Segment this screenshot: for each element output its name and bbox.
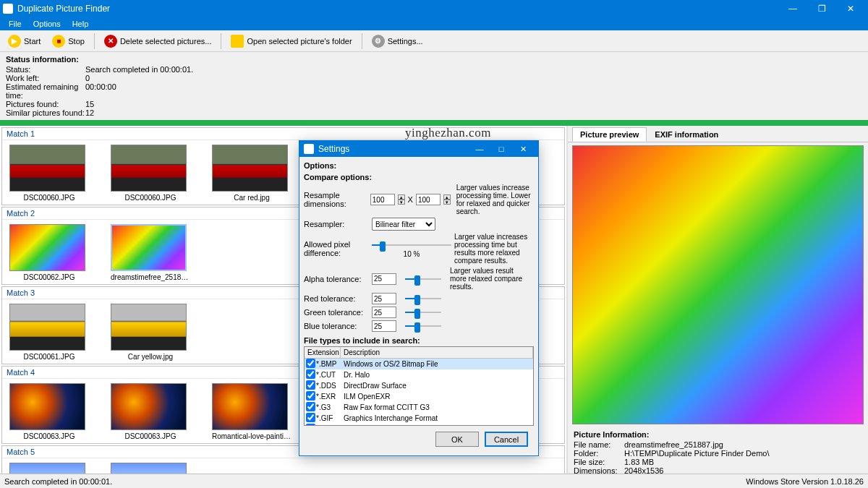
tab-exif[interactable]: EXIF information [647, 127, 726, 142]
red-slider[interactable] [405, 294, 441, 304]
cancel-button[interactable]: Cancel [485, 432, 528, 447]
workleft-value: 0 [85, 74, 90, 82]
apd-label: Allowed pixel difference: [304, 240, 369, 257]
filetype-desc: Raw Fax format CCITT G3 [344, 403, 532, 411]
resampler-label: Resampler: [304, 220, 369, 228]
thumbnail[interactable]: DSC00061.JPG [9, 304, 89, 361]
menu-help[interactable]: Help [67, 18, 95, 30]
dialog-titlebar[interactable]: Settings — □ ✕ [299, 141, 538, 157]
resample-width-input[interactable] [370, 194, 395, 205]
thumbnail-image [111, 383, 187, 430]
filetype-checkbox[interactable] [306, 402, 315, 411]
delete-button[interactable]: ✕ Delete selected pictures... [99, 33, 217, 50]
alpha-input[interactable] [372, 273, 396, 285]
start-button[interactable]: ▶ Start [3, 33, 46, 50]
similar-value: 12 [85, 108, 94, 117]
stop-icon: ■ [52, 35, 65, 48]
settings-button[interactable]: ⚙ Settings... [367, 33, 428, 50]
thumbnail-label: dreamstimefree_251887.jpg [111, 273, 190, 281]
statusbar: Search completed in 00:00:01. Windows St… [0, 474, 868, 488]
maximize-button[interactable]: ❐ [807, 4, 836, 14]
progress-bar [0, 120, 868, 126]
thumbnail[interactable]: DSC00060.JPG [111, 145, 190, 202]
red-input[interactable] [372, 293, 396, 304]
resampler-select[interactable]: Bilinear filter [372, 218, 435, 231]
alpha-slider[interactable] [405, 274, 441, 284]
picture-info-header: Picture Information: [574, 430, 862, 439]
filetype-row[interactable]: *.BMPWindows or OS/2 Bitmap File [305, 359, 533, 369]
dialog-body: Options: Compare options: Resample dimen… [299, 157, 538, 455]
ert-value: 00:00:00 [85, 82, 116, 100]
green-slider[interactable] [405, 307, 441, 317]
menu-file[interactable]: File [3, 18, 27, 30]
thumbnail-image [212, 145, 288, 192]
x-separator: X [408, 195, 413, 204]
statusbar-right: Windows Store Version 1.0.18.26 [746, 477, 864, 486]
filesize-value: 1.83 MB [624, 458, 654, 466]
ok-button[interactable]: OK [435, 432, 479, 447]
resample-dim-label: Resample dimensions: [304, 191, 367, 208]
preview-tabs: Picture preview EXIF information [568, 126, 868, 142]
apd-slider[interactable] [372, 240, 451, 250]
thumbnail[interactable]: dreamstimefree_251887.jpg [111, 224, 190, 281]
filetype-row[interactable]: *.GIFGraphics Interchange Format [305, 413, 533, 424]
filetypes-header-row: Extension Description [305, 347, 533, 359]
blue-input[interactable] [372, 320, 396, 332]
close-button[interactable]: ✕ [836, 4, 865, 14]
app-title: Duplicate Picture Finder [17, 4, 778, 14]
start-label: Start [24, 37, 41, 46]
filetype-checkbox[interactable] [306, 380, 315, 390]
titlebar: Duplicate Picture Finder — ❐ ✕ [0, 0, 868, 17]
filetype-desc: ILM OpenEXR [344, 393, 532, 401]
open-folder-button[interactable]: Open selected picture's folder [226, 33, 357, 50]
tolerance-hint: Larger values result more relaxed compar… [450, 267, 529, 291]
status-value: Search completed in 00:00:01. [85, 65, 193, 74]
tab-picture-preview[interactable]: Picture preview [572, 127, 647, 142]
filetype-row[interactable]: *.EXRILM OpenEXR [305, 391, 533, 402]
thumbnail-label: DSC00063.JPG [111, 432, 190, 440]
filetype-checkbox[interactable] [306, 359, 315, 368]
blue-label: Blue tolerance: [304, 322, 369, 330]
dialog-minimize[interactable]: — [469, 145, 490, 153]
thumbnail[interactable]: DSC00060.JPG [9, 145, 89, 202]
filetype-checkbox[interactable] [306, 413, 315, 422]
filetype-desc: DirectDraw Surface [344, 382, 532, 390]
green-input[interactable] [372, 307, 396, 318]
filetypes-table[interactable]: Extension Description *.BMPWindows or OS… [304, 346, 534, 426]
minimize-button[interactable]: — [778, 4, 807, 14]
thumbnail-label: DSC00061.JPG [9, 353, 89, 361]
thumbnail[interactable]: Car red.jpg [212, 145, 292, 202]
filetype-ext: *.BMP [316, 360, 344, 368]
menu-options[interactable]: Options [27, 18, 67, 30]
filetype-row[interactable]: *.DDSDirectDraw Surface [305, 380, 533, 391]
col-description[interactable]: Description [341, 347, 533, 358]
col-extension[interactable]: Extension [305, 347, 341, 358]
dialog-maximize[interactable]: □ [490, 145, 512, 153]
filetype-desc: Graphics Interchange Format [344, 414, 532, 422]
thumbnail-label: DSC00060.JPG [111, 194, 190, 202]
thumbnail-image [9, 304, 85, 351]
filetype-checkbox[interactable] [306, 391, 315, 401]
dialog-close[interactable]: ✕ [512, 145, 534, 154]
spinner[interactable]: ▲▼ [398, 194, 405, 205]
thumbnail[interactable]: Car yellow.jpg [111, 304, 190, 361]
play-icon: ▶ [8, 35, 21, 48]
thumbnail-label: DSC00060.JPG [9, 194, 89, 202]
thumbnail[interactable]: DSC00063.JPG [111, 383, 190, 440]
separator [94, 33, 95, 49]
separator [221, 33, 221, 49]
filetype-row[interactable]: *.G3Raw Fax format CCITT G3 [305, 402, 533, 413]
workleft-label: Work left: [6, 74, 85, 82]
thumbnail[interactable]: DSC00063.JPG [9, 383, 89, 440]
options-header: Options: [304, 160, 534, 171]
filetype-row[interactable]: *.CUTDr. Halo [305, 369, 533, 380]
filetype-ext: *.G3 [316, 403, 344, 411]
spinner[interactable]: ▲▼ [443, 194, 451, 205]
preview-image-container [572, 145, 864, 424]
thumbnail[interactable]: Romantical-love-painting-photo.jpg [212, 383, 292, 440]
stop-button[interactable]: ■ Stop [47, 33, 90, 50]
filetype-checkbox[interactable] [306, 369, 315, 379]
resample-height-input[interactable] [416, 194, 441, 205]
blue-slider[interactable] [405, 321, 441, 331]
thumbnail[interactable]: DSC00062.JPG [9, 224, 89, 281]
